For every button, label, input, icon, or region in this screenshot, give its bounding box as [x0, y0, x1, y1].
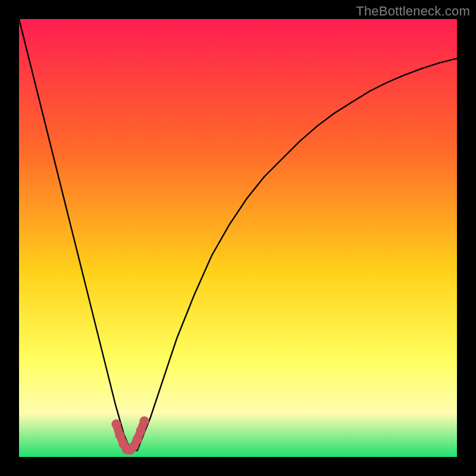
optimal-zone-dot	[115, 430, 124, 440]
chart-svg	[19, 19, 457, 457]
watermark-text: TheBottleneck.com	[356, 4, 470, 19]
plot-area	[19, 19, 457, 457]
gradient-background	[19, 19, 457, 457]
optimal-zone-dot	[111, 419, 121, 429]
chart-frame: TheBottleneck.com	[0, 0, 476, 476]
optimal-zone-dot	[140, 416, 149, 426]
optimal-zone-dot	[133, 435, 142, 444]
optimal-zone-dot	[136, 426, 146, 436]
